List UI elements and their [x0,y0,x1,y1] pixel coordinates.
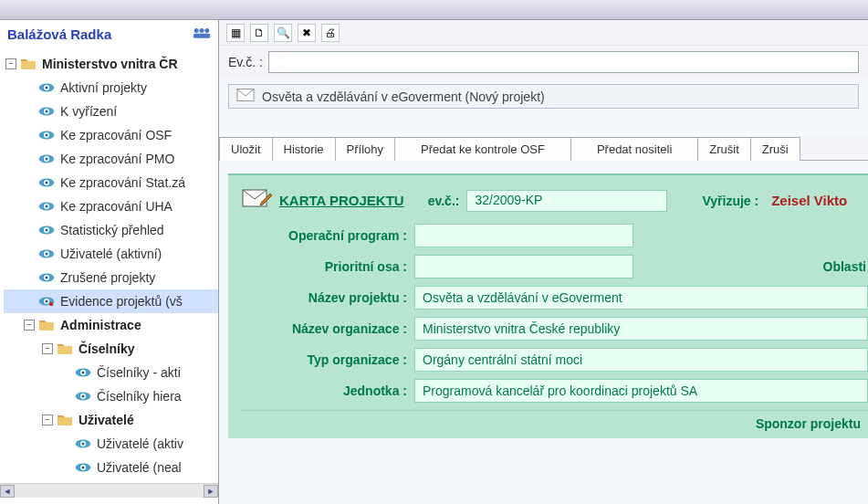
svg-point-2 [204,28,209,33]
tree-node[interactable]: K vyřízení [4,100,218,123]
svg-point-40 [82,395,85,398]
tree-label: Ke zpracování UHA [60,199,173,214]
svg-point-21 [46,205,48,208]
tree-node[interactable]: Zrušené projekty [4,266,218,289]
tree-label: Ministerstvo vnitra ČR [42,57,178,71]
tree-node[interactable]: Uživatelé (aktiv [4,432,218,456]
project-title-strip[interactable]: Osvěta a vzdělávání v eGoverment (Nový p… [228,84,859,109]
eye-icon [38,151,55,167]
svg-point-34 [49,302,54,307]
collapse-icon[interactable]: − [5,58,16,69]
eye-icon [75,364,91,381]
current-user: Balážová Radka [7,26,111,42]
card-evc-label: ev.č.: [428,194,460,208]
envelope-pencil-icon [241,186,272,215]
card-title[interactable]: KARTA PROJEKTU [279,193,404,208]
val-typ-organizace[interactable]: Orgány centrální státní moci [414,348,868,372]
scroll-right-icon[interactable]: ► [204,485,218,498]
collapse-icon[interactable]: − [42,343,53,354]
tree-node[interactable]: Ke zpracování Stat.zá [4,171,218,194]
tree-node[interactable]: Ke zpracování OSF [4,123,218,147]
tree-node-uzivatele[interactable]: − Uživatelé [4,408,218,432]
print-icon[interactable]: 🖨 [321,24,340,42]
project-card: KARTA PROJEKTU ev.č.: 32/2009-KP Vyřizuj… [228,173,868,438]
new-icon[interactable]: 🗋 [250,24,268,42]
toolbar: ▦ 🗋 🔍 ✖ 🖨 [219,20,868,46]
svg-point-9 [46,110,48,113]
svg-point-1 [200,28,204,33]
tree-node[interactable]: Číselníky - akti [4,361,218,384]
tree-node[interactable]: Aktivní projekty [4,76,218,100]
tree-node-evidence[interactable]: Evidence projektů (vš [4,289,218,313]
tree-node[interactable]: Uživatelé (aktivní) [4,242,218,266]
project-title: Osvěta a vzdělávání v eGoverment (Nový p… [262,89,545,104]
grid-icon[interactable]: ▦ [226,24,245,42]
tab-history[interactable]: Historie [272,137,336,161]
eye-icon [75,388,91,404]
tree-node[interactable]: Číselníky hiera [4,384,218,408]
search-icon[interactable]: 🔍 [274,24,292,42]
tree-node[interactable]: Ke zpracování UHA [4,194,218,218]
val-nazev-organizace[interactable]: Ministerstvo vnitra České republiky [414,317,868,341]
val-nazev-projektu[interactable]: Osvěta a vzdělávání v eGoverment [414,286,868,310]
tree-label: Ke zpracování PMO [60,152,174,166]
tree-label: Aktivní projekty [60,80,147,95]
lbl-jednotka: Jednotka : [241,383,414,398]
tree-label: Číselníky - akti [97,365,181,380]
window-titlebar [0,0,868,20]
tab-save[interactable]: Uložit [219,137,273,161]
tab-cancel2[interactable]: Zruši [750,137,800,161]
sidebar-hscrollbar[interactable]: ◄ ► [0,483,218,498]
tree-label: Administrace [60,318,141,332]
folder-icon [57,412,73,428]
eye-pin-icon [38,293,55,310]
tree-node[interactable]: Ke zpracování PMO [4,147,218,171]
eye-icon [38,174,55,191]
svg-point-27 [46,253,48,256]
sponsor-label: Sponzor projektu [241,410,868,435]
users-icon[interactable] [193,26,211,43]
svg-rect-3 [193,34,210,38]
tab-attachments[interactable]: Přílohy [335,137,395,161]
tree-label: Uživatelé (neal [97,460,182,475]
lbl-prioritni-osa: Prioritní osa : [241,259,414,274]
svg-point-24 [46,229,48,232]
svg-point-15 [46,158,48,161]
tree-node[interactable]: Statistický přehled [4,218,218,242]
tree-node-admin[interactable]: − Administrace [4,313,218,337]
tab-forward-holder[interactable]: Předat nositeli [570,137,698,161]
eye-icon [75,436,91,452]
lbl-typ-organizace: Typ organizace : [241,352,414,367]
sidebar: Balážová Radka − Ministerstvo vnitra ČR … [0,20,219,504]
delete-icon[interactable]: ✖ [298,24,316,42]
evc-input[interactable] [268,51,859,73]
tab-cancel[interactable]: Zrušit [697,137,751,161]
tree-label: Evidence projektů (vš [60,294,183,309]
tree-label: Číselníky [78,341,134,356]
svg-point-12 [46,134,48,137]
tab-forward-osf[interactable]: Předat ke kontrole OSF [394,137,571,161]
vyrizuje-value: Zeisel Vikto [771,193,847,208]
collapse-icon[interactable]: − [42,415,53,425]
scroll-left-icon[interactable]: ◄ [0,485,15,498]
tree-node-ciselniky[interactable]: − Číselníky [4,337,218,361]
val-prioritni-osa[interactable] [414,255,633,278]
tree-node[interactable]: Uživatelé (neal [4,456,218,479]
svg-point-43 [82,443,85,446]
svg-point-6 [46,87,48,89]
svg-point-18 [46,182,48,184]
tree-label: K vyřízení [60,104,117,119]
lbl-oblast: Oblasti [823,259,868,274]
eye-icon [38,246,55,262]
collapse-icon[interactable]: − [24,320,35,331]
svg-point-0 [194,28,199,33]
tree-node-root[interactable]: − Ministerstvo vnitra ČR [4,52,218,76]
tree-label: Ke zpracování Stat.zá [60,175,185,190]
card-evc-value: 32/2009-KP [466,190,667,212]
val-operacni-program[interactable] [414,224,633,247]
val-jednotka[interactable]: Programová kancelář pro koordinaci proje… [414,379,868,403]
lbl-nazev-organizace: Název organizace : [241,321,414,336]
tree-label: Uživatelé (aktiv [97,436,183,451]
envelope-icon [236,88,255,105]
tree-label: Uživatelé (aktivní) [60,247,162,261]
